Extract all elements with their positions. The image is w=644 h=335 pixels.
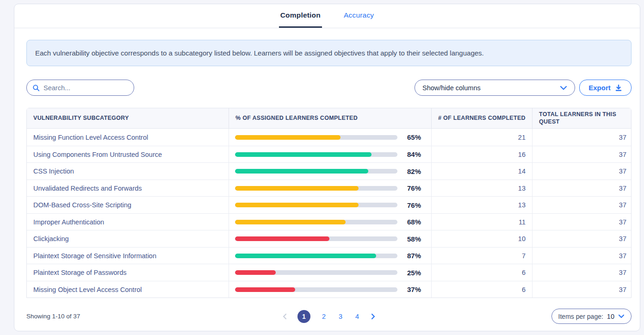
page-button[interactable]: 2 xyxy=(321,313,327,320)
total-learners-cell: 37 xyxy=(532,281,633,298)
show-hide-columns-dropdown[interactable]: Show/hide columns xyxy=(415,80,575,96)
column-header-subcategory[interactable]: VULNERABILITY SUBCATEGORY xyxy=(27,108,229,128)
table-row[interactable]: Plaintext Storage of Passwords 25% 6 37 xyxy=(27,264,631,281)
progress-bar-fill xyxy=(235,203,359,207)
search-box[interactable] xyxy=(26,80,134,96)
progress-bar-track xyxy=(235,270,397,275)
progress-bar-track xyxy=(235,203,397,207)
total-learners-cell: 37 xyxy=(532,230,633,247)
subcategory-cell: Missing Object Level Access Control xyxy=(27,281,229,298)
table-row[interactable]: CSS Injection 82% 14 37 xyxy=(27,162,631,180)
subcategory-cell: Unvalidated Redirects and Forwards xyxy=(27,180,229,197)
tab-accuracy[interactable]: Accuracy xyxy=(342,4,375,28)
total-learners-cell: 37 xyxy=(532,180,633,197)
export-button-label: Export xyxy=(588,84,611,92)
progress-bar-fill xyxy=(235,287,295,292)
column-header-percent-completed[interactable]: % OF ASSIGNED LEARNERS COMPLETED xyxy=(229,108,431,128)
pagination: 1234 xyxy=(282,310,376,323)
column-header-learners-completed[interactable]: # OF LEARNERS COMPLETED xyxy=(431,108,532,128)
progress-bar-fill xyxy=(235,186,359,191)
chevron-down-icon xyxy=(560,86,567,90)
total-learners-cell: 37 xyxy=(532,163,633,180)
info-banner-text: Each vulnerability objective corresponds… xyxy=(35,49,484,57)
page-button-active[interactable]: 1 xyxy=(297,310,310,323)
learners-completed-cell: 14 xyxy=(431,163,532,180)
export-button[interactable]: Export xyxy=(579,80,632,96)
progress-bar-track xyxy=(235,287,397,292)
search-input[interactable] xyxy=(43,84,130,92)
percent-label: 76% xyxy=(402,201,421,209)
completion-bar-cell: 84% xyxy=(229,146,431,163)
progress-bar-fill xyxy=(235,220,346,224)
subcategory-cell: CSS Injection xyxy=(27,163,229,180)
table-row[interactable]: DOM-Based Cross-Site Scripting 76% 13 37 xyxy=(27,196,631,213)
progress-bar-track xyxy=(235,135,397,140)
table-row[interactable]: Missing Function Level Access Control 65… xyxy=(27,129,631,146)
learners-completed-cell: 13 xyxy=(431,180,532,197)
completion-bar-cell: 25% xyxy=(229,264,431,281)
subcategory-cell: DOM-Based Cross-Site Scripting xyxy=(27,197,229,213)
progress-bar-fill xyxy=(235,236,329,241)
percent-label: 25% xyxy=(402,269,421,277)
subcategory-cell: Clickjacking xyxy=(27,230,229,247)
table-row[interactable]: Unvalidated Redirects and Forwards 76% 1… xyxy=(27,180,631,197)
percent-label: 84% xyxy=(402,150,421,158)
table-footer: Showing 1-10 of 37 1234 Items per page: … xyxy=(26,309,632,324)
table-row[interactable]: Improper Authentication 68% 11 37 xyxy=(27,213,631,230)
total-learners-cell: 37 xyxy=(532,214,633,230)
table-body: Missing Function Level Access Control 65… xyxy=(27,129,631,298)
table-row[interactable]: Missing Object Level Access Control 37% … xyxy=(27,281,631,298)
completion-bar-cell: 58% xyxy=(229,230,431,247)
progress-bar-fill xyxy=(235,169,368,174)
subcategory-cell: Plaintext Storage of Passwords xyxy=(27,264,229,281)
main-panel: Completion Accuracy Each vulnerability o… xyxy=(14,4,640,331)
progress-bar-track xyxy=(235,220,397,224)
learners-completed-cell: 10 xyxy=(431,230,532,247)
download-icon xyxy=(615,84,622,92)
previous-page-icon[interactable] xyxy=(282,313,287,320)
total-learners-cell: 37 xyxy=(532,197,633,213)
completion-bar-cell: 65% xyxy=(229,129,431,146)
progress-bar-track xyxy=(235,254,397,258)
table-row[interactable]: Plaintext Storage of Sensitive Informati… xyxy=(27,247,631,264)
percent-label: 76% xyxy=(402,184,421,192)
learners-completed-cell: 7 xyxy=(431,248,532,264)
show-hide-columns-label: Show/hide columns xyxy=(422,84,481,92)
page-button[interactable]: 3 xyxy=(337,313,344,320)
percent-label: 65% xyxy=(402,133,421,141)
table-row[interactable]: Clickjacking 58% 10 37 xyxy=(27,230,631,247)
progress-bar-track xyxy=(235,152,397,157)
completion-bar-cell: 76% xyxy=(229,180,431,197)
toolbar-right: Show/hide columns Export xyxy=(415,80,632,96)
progress-bar-fill xyxy=(235,135,341,140)
table-row[interactable]: Using Components From Untrusted Source 8… xyxy=(27,146,631,163)
subcategory-cell: Improper Authentication xyxy=(27,214,229,230)
total-learners-cell: 37 xyxy=(532,248,633,264)
next-page-icon[interactable] xyxy=(371,313,376,320)
info-banner: Each vulnerability objective corresponds… xyxy=(26,40,632,66)
subcategory-cell: Using Components From Untrusted Source xyxy=(27,146,229,163)
showing-count-label: Showing 1-10 of 37 xyxy=(26,313,282,320)
progress-bar-fill xyxy=(235,254,376,258)
search-icon xyxy=(32,84,40,92)
chevron-down-icon xyxy=(618,314,625,318)
total-learners-cell: 37 xyxy=(532,129,633,146)
completion-bar-cell: 87% xyxy=(229,248,431,264)
items-per-page-dropdown[interactable]: Items per page: 10 xyxy=(551,309,632,324)
learners-completed-cell: 6 xyxy=(431,264,532,281)
subcategory-cell: Plaintext Storage of Sensitive Informati… xyxy=(27,248,229,264)
table-header-row: VULNERABILITY SUBCATEGORY % OF ASSIGNED … xyxy=(27,108,631,129)
vulnerability-table: VULNERABILITY SUBCATEGORY % OF ASSIGNED … xyxy=(26,108,632,298)
page-button[interactable]: 4 xyxy=(354,313,360,320)
progress-bar-track xyxy=(235,186,397,191)
learners-completed-cell: 21 xyxy=(431,129,532,146)
percent-label: 68% xyxy=(402,218,421,226)
percent-label: 87% xyxy=(402,252,421,260)
learners-completed-cell: 16 xyxy=(431,146,532,163)
completion-bar-cell: 82% xyxy=(229,163,431,180)
progress-bar-track xyxy=(235,236,397,241)
tab-completion[interactable]: Completion xyxy=(279,4,322,28)
column-header-total-learners[interactable]: TOTAL LEARNERS IN THIS QUEST xyxy=(532,108,633,128)
subcategory-cell: Missing Function Level Access Control xyxy=(27,129,229,146)
percent-label: 37% xyxy=(402,285,421,293)
